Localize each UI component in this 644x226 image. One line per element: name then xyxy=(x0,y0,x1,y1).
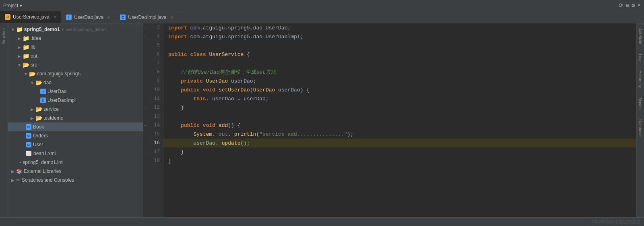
line-num-6: 6 xyxy=(143,50,163,59)
log-tab[interactable]: Log xyxy=(637,51,643,64)
tree-idea[interactable]: ▶ 📁 .idea xyxy=(8,34,143,43)
tab-userdaoimpl[interactable]: C UserDaoImpl.java × xyxy=(115,11,178,23)
line-num-17: – 17 xyxy=(143,147,163,156)
fold-4[interactable]: – xyxy=(144,35,147,39)
package-root-arrow: ▼ xyxy=(23,72,29,76)
interface-icon: I xyxy=(66,15,72,20)
code-lines[interactable]: import com.atguigu.spring5.dao.UserDao; … xyxy=(163,23,636,217)
tree-lib[interactable]: ▶ 📁 lib xyxy=(8,43,143,52)
userdaoimpl-label: UserDaoImpl xyxy=(47,97,76,103)
sync-icon[interactable]: ⟳ xyxy=(619,2,623,9)
hierarchy-tab[interactable]: Hierarchy xyxy=(637,67,643,91)
expand-arrow: ▼ xyxy=(10,27,16,32)
xml-file-icon: ⬜ xyxy=(26,151,32,156)
extlib-arrow: ▶ xyxy=(10,169,16,174)
orders-label: Orders xyxy=(33,133,48,139)
service-label: service xyxy=(43,106,59,112)
dao-arrow: ▼ xyxy=(29,81,35,85)
lib-label: lib xyxy=(31,44,35,50)
main-content: Structure ▼ 📁 spring5_demo1 E:\work\spri… xyxy=(0,23,644,217)
userdaoimpl-class-icon: C xyxy=(40,97,46,103)
book-class-icon: C xyxy=(26,124,31,130)
tree-src[interactable]: ▼ 📂 src xyxy=(8,60,143,69)
tree-iml[interactable]: ▪ spring5_demo1.iml xyxy=(8,158,143,167)
tree-orders[interactable]: C Orders xyxy=(8,131,143,140)
testdemo-label: testdemo xyxy=(43,115,63,121)
line-num-18: 18 xyxy=(143,156,163,165)
testdemo-arrow: ▶ xyxy=(29,116,35,120)
close-icon[interactable]: × xyxy=(638,2,641,9)
tree-scratches[interactable]: ▶ ✏ Scratches and Consoles xyxy=(8,176,143,185)
tree-service[interactable]: ▶ 📂 service xyxy=(8,105,143,114)
project-menu[interactable]: Project ▾ xyxy=(3,3,22,8)
service-folder-icon: 📂 xyxy=(35,106,42,112)
out-label: out xyxy=(31,53,37,59)
tree-userdao[interactable]: I UserDao xyxy=(8,87,143,96)
line-num-4: – 4 xyxy=(143,32,163,41)
external-libs-icon: 📚 xyxy=(16,168,22,174)
tree-out[interactable]: ▶ 📁 out xyxy=(8,52,143,60)
user-class-icon: C xyxy=(26,142,31,147)
collapse-icon[interactable]: ⊟ xyxy=(626,2,629,9)
tree-bean1xml[interactable]: ⬜ bean1.xml xyxy=(8,149,143,158)
class-icon: C xyxy=(120,15,126,20)
tab-label-userdaoimpl: UserDaoImpl.java xyxy=(128,15,166,20)
iml-label: spring5_demo1.iml xyxy=(23,160,63,165)
user-label: User xyxy=(33,142,43,147)
watermark: CSDN @眼泪划过的星空 xyxy=(592,219,641,225)
book-label: Book xyxy=(33,124,44,130)
structure-tab[interactable]: Structure xyxy=(1,25,7,48)
orders-class-icon: C xyxy=(26,133,31,139)
tab-close-userdao[interactable]: × xyxy=(107,15,110,20)
maven-tab[interactable]: Maven xyxy=(637,94,643,113)
code-line-6: public class UserService { xyxy=(163,50,636,59)
tree-book[interactable]: C Book xyxy=(8,122,143,131)
line-num-9: 9 xyxy=(143,77,163,85)
code-line-11: this. userDao = userDao; xyxy=(163,94,636,103)
ant-build-tab[interactable]: Ant Build xyxy=(637,25,643,48)
tree-dao[interactable]: ▼ 📂 dao xyxy=(8,78,143,87)
top-bar-icons: ⟳ ⊟ ⚙ × xyxy=(619,2,641,9)
out-arrow: ▶ xyxy=(16,54,23,58)
fold-10[interactable]: – xyxy=(144,88,147,92)
tab-bar: J UserService.java × I UserDao.java × C … xyxy=(0,11,644,23)
tree-user[interactable]: C User xyxy=(8,140,143,149)
src-label: src xyxy=(31,62,37,68)
tree-testdemo[interactable]: ▶ 📂 testdemo xyxy=(8,114,143,122)
line-num-16: 16 xyxy=(143,139,163,147)
dao-label: dao xyxy=(43,80,52,85)
testdemo-folder-icon: 📂 xyxy=(35,115,42,121)
tree-package-root[interactable]: ▼ 📂 com.atguigu.spring5 xyxy=(8,69,143,78)
tab-userservice[interactable]: J UserService.java × xyxy=(0,11,61,23)
code-line-8: //创建UserDao类型属性，生成set方法 xyxy=(163,68,636,77)
tree-project-root[interactable]: ▼ 📁 spring5_demo1 E:\work\spring5_demo1 xyxy=(8,25,143,34)
code-line-9: private UserDao userDao; xyxy=(163,77,636,85)
project-path: E:\work\spring5_demo1 xyxy=(62,27,108,32)
idea-label: .idea xyxy=(31,35,41,41)
tab-label-userservice: UserService.java xyxy=(13,14,50,20)
settings-icon[interactable]: ⚙ xyxy=(632,2,635,9)
code-line-13 xyxy=(163,112,636,121)
tab-close-userdaoimpl[interactable]: × xyxy=(171,15,173,20)
line-num-12: – 12 xyxy=(143,103,163,112)
tab-close-userservice[interactable]: × xyxy=(54,15,56,19)
tab-userdao[interactable]: I UserDao.java × xyxy=(61,11,115,23)
dao-folder-icon: 📂 xyxy=(35,80,42,85)
java-interface-icon: J xyxy=(5,14,10,20)
tree-external-libs[interactable]: ▶ 📚 External Libraries xyxy=(8,167,143,176)
fold-14[interactable]: – xyxy=(144,123,147,128)
right-side-tabs: Ant Build Log Hierarchy Maven Database xyxy=(636,23,644,217)
code-line-12: } xyxy=(163,103,636,112)
out-folder-icon: 📁 xyxy=(23,53,29,59)
fold-17[interactable]: – xyxy=(144,150,147,154)
database-tab[interactable]: Database xyxy=(637,116,643,140)
tree-userdaoimpl[interactable]: C UserDaoImpl xyxy=(8,96,143,105)
fold-3[interactable]: – xyxy=(144,26,147,30)
external-libs-label: External Libraries xyxy=(24,168,61,174)
line-num-8: 8 xyxy=(143,68,163,77)
sidebar-tree: ▼ 📁 spring5_demo1 E:\work\spring5_demo1 … xyxy=(8,23,143,217)
left-side-tab: Structure xyxy=(0,23,8,217)
iml-file-icon: ▪ xyxy=(19,160,21,165)
tab-label-userdao: UserDao.java xyxy=(74,15,103,20)
fold-12[interactable]: – xyxy=(144,106,147,110)
